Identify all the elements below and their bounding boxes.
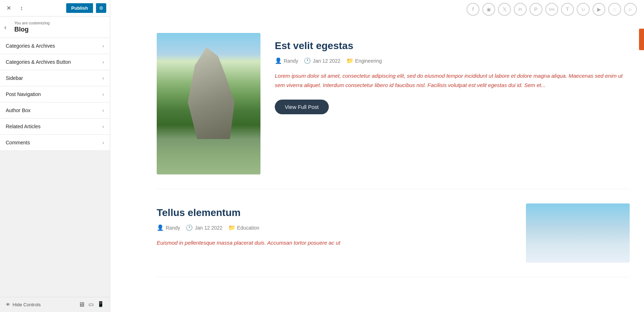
nav-item-categories-archives-button[interactable]: Categories & Archives Button › — [0, 54, 110, 70]
nav-item-comments[interactable]: Comments › — [0, 135, 110, 151]
breadcrumb-title: Blog — [14, 26, 104, 33]
nav-item-post-navigation[interactable]: Post Navigation › — [0, 86, 110, 102]
view-post-button-1[interactable]: View Full Post — [275, 100, 329, 114]
toolbar: ✕ ↕ Publish ⚙ — [0, 0, 110, 16]
social-icon-4[interactable]: in — [514, 3, 527, 16]
pinterest-icon[interactable]: P — [530, 3, 542, 16]
blog-posts-list: Est velit egestas 👤 Randy 🕐 Jan 12 2022 … — [110, 19, 644, 292]
back-button[interactable]: ‹ — [4, 23, 6, 31]
post-excerpt-2: Euismod in pellentesque massa placerat d… — [157, 238, 512, 248]
author-icon: 👤 — [275, 57, 282, 64]
post-author-1: 👤 Randy — [275, 57, 298, 64]
chevron-right-icon: › — [102, 140, 104, 145]
device-icons: 🖥 ▭ 📱 — [78, 301, 104, 308]
post-thumbnail-2 — [526, 203, 630, 263]
nav-item-related-articles[interactable]: Related Articles › — [0, 119, 110, 135]
nav-item-categories-archives[interactable]: Categories & Archives › — [0, 38, 110, 54]
post-image-2 — [526, 203, 630, 263]
chevron-right-icon: › — [102, 91, 104, 97]
post-category-2: 📁 Education — [228, 224, 259, 231]
chevron-right-icon: › — [102, 43, 104, 49]
clock-icon: 🕐 — [304, 57, 311, 64]
folder-icon-2: 📁 — [228, 224, 235, 231]
hide-controls-button[interactable]: 👁 Hide Controls — [6, 302, 41, 307]
reorder-button[interactable]: ↕ — [16, 3, 26, 13]
post-excerpt-1: Lorem ipsum dolor sit amet, consectetur … — [275, 71, 630, 90]
breadcrumb: ‹ You are customizing Blog — [0, 16, 110, 38]
folder-icon: 📁 — [346, 57, 353, 64]
accent-bar — [639, 29, 644, 50]
post-body-1: Est velit egestas 👤 Randy 🕐 Jan 12 2022 … — [275, 33, 630, 114]
chevron-right-icon: › — [102, 75, 104, 81]
tablet-icon[interactable]: ▭ — [88, 301, 94, 308]
mobile-icon[interactable]: 📱 — [97, 301, 104, 308]
post-date-2: 🕐 Jan 12 2022 — [186, 224, 222, 231]
breadcrumb-label: You are customizing — [14, 21, 104, 25]
desktop-icon[interactable]: 🖥 — [78, 301, 85, 308]
nav-item-author-box[interactable]: Author Box › — [0, 102, 110, 119]
post-meta-1: 👤 Randy 🕐 Jan 12 2022 📁 Engineering — [275, 57, 630, 64]
facebook-icon[interactable]: f — [467, 3, 479, 16]
publish-button[interactable]: Publish — [66, 3, 93, 13]
chevron-right-icon: › — [102, 107, 104, 113]
post-image-1 — [157, 33, 260, 174]
author-icon-2: 👤 — [157, 224, 164, 231]
vimeo-icon[interactable]: Vm — [545, 3, 558, 16]
nav-item-sidebar[interactable]: Sidebar › — [0, 70, 110, 86]
main-preview: f ◉ 𝕏 in P Vm T Li ▶ ◌ ▷ Est velit egest… — [110, 0, 644, 312]
post-category-1: 📁 Engineering — [346, 57, 382, 64]
tumblr-icon[interactable]: T — [561, 3, 574, 16]
settings-button[interactable]: ⚙ — [96, 3, 106, 13]
social-icon-10[interactable]: ▷ — [624, 3, 637, 16]
post-meta-2: 👤 Randy 🕐 Jan 12 2022 📁 Education — [157, 224, 512, 231]
twitter-icon[interactable]: 𝕏 — [498, 3, 511, 16]
post-title-1: Est velit egestas — [275, 40, 630, 52]
close-button[interactable]: ✕ — [4, 3, 14, 13]
social-bar: f ◉ 𝕏 in P Vm T Li ▶ ◌ ▷ — [110, 0, 644, 19]
chevron-right-icon: › — [102, 59, 104, 65]
post-body-2: Tellus elementum 👤 Randy 🕐 Jan 12 2022 📁… — [157, 203, 512, 258]
chevron-right-icon: › — [102, 124, 104, 129]
eye-icon: 👁 — [6, 302, 10, 307]
post-title-2: Tellus elementum — [157, 207, 512, 219]
clock-icon-2: 🕐 — [186, 224, 193, 231]
nav-list: Categories & Archives › Categories & Arc… — [0, 38, 110, 151]
customizer-panel: ✕ ↕ Publish ⚙ ‹ You are customizing Blog… — [0, 0, 110, 312]
post-card-2: Tellus elementum 👤 Randy 🕐 Jan 12 2022 📁… — [157, 189, 630, 277]
social-icon-9[interactable]: ◌ — [608, 3, 621, 16]
instagram-icon[interactable]: ◉ — [482, 3, 495, 16]
post-thumbnail-1 — [157, 33, 260, 174]
post-date-1: 🕐 Jan 12 2022 — [304, 57, 340, 64]
youtube-icon[interactable]: ▶ — [592, 3, 605, 16]
bottom-controls: 👁 Hide Controls 🖥 ▭ 📱 — [0, 297, 110, 312]
linkedin-icon[interactable]: Li — [577, 3, 590, 16]
post-card-1: Est velit egestas 👤 Randy 🕐 Jan 12 2022 … — [157, 19, 630, 189]
post-author-2: 👤 Randy — [157, 224, 180, 231]
